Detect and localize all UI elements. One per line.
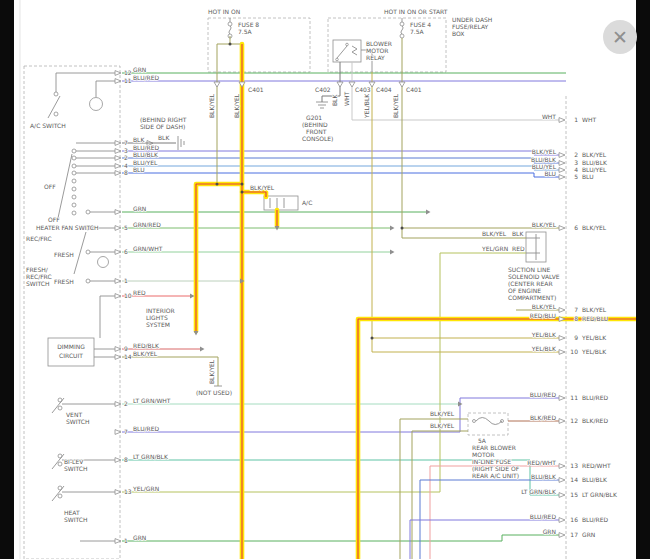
wire-color-label: BLU/RED [133,425,160,432]
connector-label-c401: C401 [248,86,264,93]
fuse4-terminal [400,34,404,38]
connector-pin-arrow [559,419,565,424]
wire-grn [122,535,562,541]
wire-color-label: GRN/RED [133,221,161,228]
connector-pin-arrow [559,336,565,341]
wire-color-label: BLU/RED [582,516,609,523]
dimming-circuit-label: DIMMING [57,343,85,350]
junction-dot [401,227,404,230]
close-icon: ✕ [612,28,628,47]
connector-pin-arrow [559,308,565,313]
switch-contact [86,250,90,254]
system-arrow [194,331,199,336]
component-symbol [98,257,109,268]
switch-contact [72,156,76,160]
pin-number: 16 [570,516,578,523]
dimming-circuit-label: CIRCUIT [59,352,83,359]
wire-blu [122,173,562,177]
wire-color-label: RED/WHT [527,459,556,466]
wire-color-label: RED/WHT [582,462,611,469]
wire-color-label: WHT [542,113,556,120]
connector-pin-arrow [559,175,565,180]
pin-number: 2 [124,400,128,407]
wire-color-label: BLU/RED [530,513,557,520]
highlighted-circuit-core [196,184,242,331]
hot-in-on-or-start-label: HOT IN ON OR START [384,8,448,15]
interior-lights-label: INTERIOR [146,307,175,314]
junction-dot [241,183,244,186]
rear-fuse-rating: 5A [478,437,487,444]
wire-color-label: BLU/BLK [582,476,608,483]
component-symbol [90,98,103,111]
vent-switch-label: SWITCH [66,418,90,425]
switch-contact [58,406,62,410]
blower-relay-label: MOTOR [366,47,388,54]
pin-number: 7 [124,428,128,435]
wire-color-label: LT GRN/WHT [133,397,171,404]
pin-number: 7 [574,306,578,313]
wire-color-label: BLK/YEL [582,151,607,158]
switch-contact [72,211,76,215]
pin-number: 3 [574,159,578,166]
junction-dot [216,183,219,186]
fuse8-label: FUSE 8 [238,21,259,28]
pin-number: 5 [574,173,578,180]
wire-color-label: BLK [133,136,145,143]
solenoid-valve-location: (CENTER REAR [508,280,553,287]
pin-number: 11 [570,394,578,401]
rear-blower-fuse-label: IN-LINE FUSE [472,458,511,465]
switch-position-fresh: FRESH [54,251,74,258]
bilev-switch-label: SWITCH [64,465,88,472]
pin-number: 12 [570,417,578,424]
switch-contact [72,203,76,207]
under-dash-box-label: UNDER DASH [452,16,492,23]
wire-blu-yel [122,166,562,170]
pin-number: 17 [570,531,578,538]
wire-color-label: BLU/BLK [582,159,608,166]
connector-pin-arrow [559,464,565,469]
wire-color-label: GRN [133,205,146,212]
wire-color-label: BLK/YEL [430,422,455,429]
connector-pin-arrow [559,153,565,158]
switch-contact [72,179,76,183]
pin-number: 6 [124,248,128,255]
wire-color-label: BLU [544,170,556,177]
system-arrow [200,347,205,352]
connector-label-c402: C402 [315,86,331,93]
rear-fuse-terminal [473,420,476,423]
wire-color-label: RED/BLK [133,342,160,349]
wire-color-label: BLU/BLK [133,151,159,158]
ac-connector-label: A/C [302,199,312,206]
junction-dot [371,337,374,340]
wire-color-label: BLU/YEL [582,166,607,173]
wire-color-label: YEL/BLK [581,348,607,355]
wire-color-label: LT GRN/BLK [521,488,557,495]
pin-number: 8 [124,456,128,463]
solenoid-valve-location: OF ENGINE [508,287,541,294]
wire-color-label: GRN [582,531,595,538]
rear-blower-fuse-box [468,413,508,435]
wire-color-label: LT GRN/BLK [133,453,169,460]
letterbox-left [0,0,14,559]
under-dash-box-label: FUSE/RELAY [452,23,489,30]
blower-relay-label: RELAY [366,54,385,61]
switch-contact [72,164,76,168]
wire-blu-red [122,151,562,155]
wire-color-label-vertical: BLK/YEL [208,359,215,384]
switch-position-fresh: FRESH [54,278,74,285]
wire-color-label: YEL/GRN [481,245,508,252]
fuse4-terminal [400,22,404,26]
pin-number: 8 [124,169,128,176]
wire-color-label: GRN/WHT [133,245,163,252]
wire-color-label: WHT [582,116,596,123]
wire-blk-yel [122,357,218,386]
bilev-switch-label: BI-LEV [64,458,84,465]
pin-number: 12 [124,69,132,76]
pin-number: 1 [124,537,128,544]
close-button[interactable]: ✕ [603,20,637,54]
wiring-diagram-canvas: 12GRN11BLU/RED7BLK3BLU/RED2BLU/BLK4BLU/Y… [0,0,650,559]
wire-color-label: BLU/YEL [133,159,158,166]
switch-position-off: OFF [48,216,60,223]
switch-contact [86,279,90,283]
recfrc-switch-label: REC/FRC [26,273,52,280]
